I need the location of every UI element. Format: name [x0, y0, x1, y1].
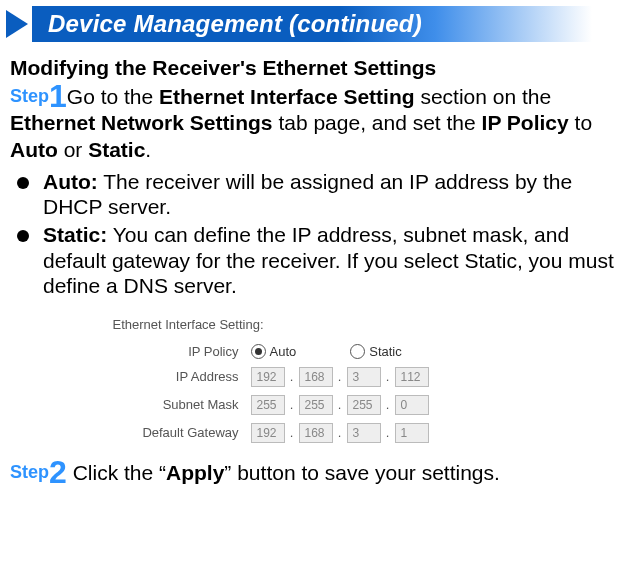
section-title: Modifying the Receiver's Ethernet Settin… [10, 56, 617, 80]
dot-sep-icon: . [337, 369, 343, 384]
bullet-dot-icon [17, 177, 29, 189]
step-1-bold-a: Ethernet Interface Setting [159, 85, 415, 108]
step-1-text-b: section on the [415, 85, 552, 108]
mask-octet-3[interactable]: 255 [347, 395, 381, 415]
content-area: Modifying the Receiver's Ethernet Settin… [0, 42, 627, 485]
dot-sep-icon: . [337, 425, 343, 440]
bullet-auto-body: The receiver will be assigned an IP addr… [43, 170, 572, 219]
label-subnet-mask: Subnet Mask [79, 397, 251, 412]
bullet-static-label: Static: [43, 223, 107, 246]
step-1-bold-c: IP Policy [482, 111, 569, 134]
step-2: Step2 Click the “Apply” button to save y… [10, 461, 617, 485]
step-1-word: Step [10, 86, 49, 106]
bullet-auto-text: Auto: The receiver will be assigned an I… [43, 169, 617, 220]
gw-octet-1[interactable]: 192 [251, 423, 285, 443]
bullet-dot-icon [17, 230, 29, 242]
row-ip-policy: IP Policy Auto Static [79, 344, 549, 359]
dot-sep-icon: . [289, 369, 295, 384]
step-1-text-c: tab page, and set the [273, 111, 482, 134]
header-title: Device Management (continued) [48, 10, 422, 38]
radio-auto-outer-icon [251, 344, 266, 359]
radio-auto[interactable]: Auto [251, 344, 297, 359]
dot-sep-icon: . [385, 425, 391, 440]
ip-octet-4[interactable]: 112 [395, 367, 429, 387]
ip-octet-2[interactable]: 168 [299, 367, 333, 387]
dot-sep-icon: . [385, 397, 391, 412]
step-2-word: Step [10, 462, 49, 482]
radio-static[interactable]: Static [350, 344, 402, 359]
dot-sep-icon: . [289, 397, 295, 412]
page-header: Device Management (continued) [0, 6, 627, 42]
dot-sep-icon: . [337, 397, 343, 412]
ip-octet-3[interactable]: 3 [347, 367, 381, 387]
step-2-number: 2 [49, 454, 67, 490]
step-1-text-e: or [58, 138, 88, 161]
bullet-auto-label: Auto: [43, 170, 98, 193]
bullet-list: Auto: The receiver will be assigned an I… [14, 169, 617, 299]
step-1: Step1Go to the Ethernet Interface Settin… [10, 84, 617, 163]
header-bar: Device Management (continued) [32, 6, 592, 42]
step-2-bold-a: Apply [166, 461, 224, 484]
row-default-gateway: Default Gateway 192. 168. 3. 1 [79, 423, 549, 443]
row-subnet-mask: Subnet Mask 255. 255. 255. 0 [79, 395, 549, 415]
ethernet-settings-panel: Ethernet Interface Setting: IP Policy Au… [79, 317, 549, 443]
step-1-text-f: . [145, 138, 151, 161]
label-ip-address: IP Address [79, 369, 251, 384]
bullet-static-text: Static: You can define the IP address, s… [43, 222, 617, 299]
step-1-bold-d: Auto [10, 138, 58, 161]
bullet-static-body: You can define the IP address, subnet ma… [43, 223, 614, 297]
radio-auto-label: Auto [270, 344, 297, 359]
step-2-text-b: ” button to save your settings. [224, 461, 499, 484]
label-default-gateway: Default Gateway [79, 425, 251, 440]
step-2-text-a: Click the “ [73, 461, 166, 484]
panel-title: Ethernet Interface Setting: [79, 317, 549, 332]
radio-static-label: Static [369, 344, 402, 359]
radio-static-outer-icon [350, 344, 365, 359]
step-1-bold-e: Static [88, 138, 145, 161]
dot-sep-icon: . [385, 369, 391, 384]
step-1-text-d: to [569, 111, 592, 134]
label-ip-policy: IP Policy [79, 344, 251, 359]
header-arrow-icon [6, 10, 28, 38]
step-1-text-a: Go to the [67, 85, 159, 108]
step-1-bold-b: Ethernet Network Settings [10, 111, 273, 134]
mask-octet-1[interactable]: 255 [251, 395, 285, 415]
gw-octet-2[interactable]: 168 [299, 423, 333, 443]
ip-octet-1[interactable]: 192 [251, 367, 285, 387]
mask-octet-4[interactable]: 0 [395, 395, 429, 415]
gw-octet-4[interactable]: 1 [395, 423, 429, 443]
list-item: Static: You can define the IP address, s… [14, 222, 617, 299]
gw-octet-3[interactable]: 3 [347, 423, 381, 443]
mask-octet-2[interactable]: 255 [299, 395, 333, 415]
row-ip-address: IP Address 192. 168. 3. 112 [79, 367, 549, 387]
step-1-number: 1 [49, 78, 67, 114]
dot-sep-icon: . [289, 425, 295, 440]
list-item: Auto: The receiver will be assigned an I… [14, 169, 617, 220]
radio-auto-inner-icon [255, 348, 262, 355]
